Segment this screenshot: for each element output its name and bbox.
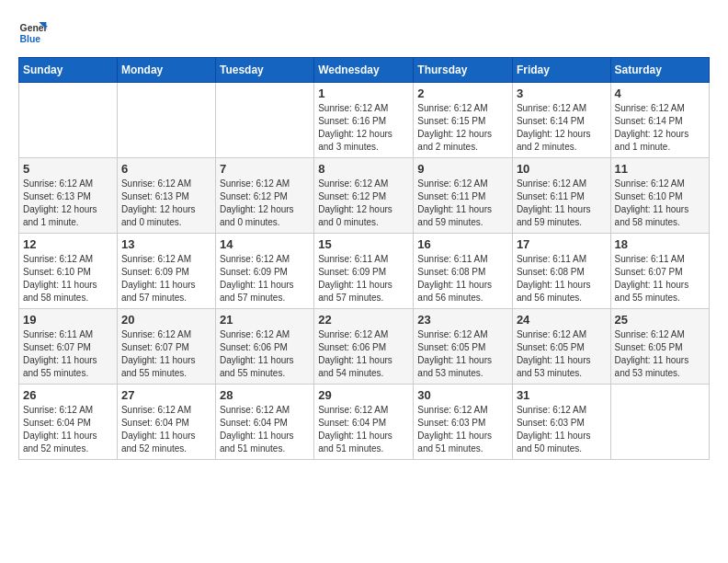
calendar-cell: 16Sunrise: 6:11 AM Sunset: 6:08 PM Dayli… xyxy=(414,234,513,309)
calendar-cell: 30Sunrise: 6:12 AM Sunset: 6:03 PM Dayli… xyxy=(414,385,513,460)
day-info: Sunrise: 6:11 AM Sunset: 6:07 PM Dayligh… xyxy=(23,328,113,380)
day-number: 26 xyxy=(23,388,113,402)
day-info: Sunrise: 6:12 AM Sunset: 6:03 PM Dayligh… xyxy=(517,404,607,455)
calendar-cell: 18Sunrise: 6:11 AM Sunset: 6:07 PM Dayli… xyxy=(610,234,709,309)
day-number: 29 xyxy=(318,388,409,402)
calendar-cell: 25Sunrise: 6:12 AM Sunset: 6:05 PM Dayli… xyxy=(610,309,709,385)
calendar-cell: 12Sunrise: 6:12 AM Sunset: 6:10 PM Dayli… xyxy=(19,234,118,309)
calendar-cell: 19Sunrise: 6:11 AM Sunset: 6:07 PM Dayli… xyxy=(19,309,118,385)
calendar-cell: 29Sunrise: 6:12 AM Sunset: 6:04 PM Dayli… xyxy=(314,385,414,460)
calendar-cell: 5Sunrise: 6:12 AM Sunset: 6:13 PM Daylig… xyxy=(19,158,118,234)
header: General Blue xyxy=(18,18,710,48)
day-number: 30 xyxy=(417,388,508,402)
week-row-2: 12Sunrise: 6:12 AM Sunset: 6:10 PM Dayli… xyxy=(19,234,710,309)
day-number: 20 xyxy=(121,313,211,327)
calendar-cell: 23Sunrise: 6:12 AM Sunset: 6:05 PM Dayli… xyxy=(414,309,513,385)
day-info: Sunrise: 6:12 AM Sunset: 6:12 PM Dayligh… xyxy=(318,178,409,229)
calendar-cell: 3Sunrise: 6:12 AM Sunset: 6:14 PM Daylig… xyxy=(512,83,610,158)
calendar-body: 1Sunrise: 6:12 AM Sunset: 6:16 PM Daylig… xyxy=(19,83,710,460)
day-info: Sunrise: 6:12 AM Sunset: 6:05 PM Dayligh… xyxy=(615,328,705,380)
calendar-cell xyxy=(19,83,118,158)
calendar-cell: 21Sunrise: 6:12 AM Sunset: 6:06 PM Dayli… xyxy=(216,309,314,385)
day-info: Sunrise: 6:11 AM Sunset: 6:08 PM Dayligh… xyxy=(417,253,508,304)
calendar-cell: 6Sunrise: 6:12 AM Sunset: 6:13 PM Daylig… xyxy=(117,158,215,234)
calendar-cell: 20Sunrise: 6:12 AM Sunset: 6:07 PM Dayli… xyxy=(117,309,215,385)
day-info: Sunrise: 6:11 AM Sunset: 6:07 PM Dayligh… xyxy=(615,253,705,304)
calendar-cell: 8Sunrise: 6:12 AM Sunset: 6:12 PM Daylig… xyxy=(314,158,414,234)
day-info: Sunrise: 6:12 AM Sunset: 6:05 PM Dayligh… xyxy=(517,328,607,380)
week-row-4: 26Sunrise: 6:12 AM Sunset: 6:04 PM Dayli… xyxy=(19,385,710,460)
day-number: 31 xyxy=(517,388,607,402)
day-number: 22 xyxy=(318,313,409,327)
calendar-cell xyxy=(117,83,215,158)
calendar-cell: 2Sunrise: 6:12 AM Sunset: 6:15 PM Daylig… xyxy=(414,83,513,158)
day-info: Sunrise: 6:12 AM Sunset: 6:06 PM Dayligh… xyxy=(318,328,409,380)
day-number: 5 xyxy=(23,162,113,176)
day-number: 1 xyxy=(318,86,409,100)
day-info: Sunrise: 6:12 AM Sunset: 6:10 PM Dayligh… xyxy=(615,178,705,229)
day-number: 19 xyxy=(23,313,113,327)
week-row-0: 1Sunrise: 6:12 AM Sunset: 6:16 PM Daylig… xyxy=(19,83,710,158)
calendar-cell: 15Sunrise: 6:11 AM Sunset: 6:09 PM Dayli… xyxy=(314,234,414,309)
calendar-cell: 1Sunrise: 6:12 AM Sunset: 6:16 PM Daylig… xyxy=(314,83,414,158)
day-number: 16 xyxy=(417,237,508,251)
day-number: 12 xyxy=(23,237,113,251)
day-info: Sunrise: 6:12 AM Sunset: 6:04 PM Dayligh… xyxy=(23,404,113,455)
day-number: 21 xyxy=(220,313,310,327)
calendar-cell: 14Sunrise: 6:12 AM Sunset: 6:09 PM Dayli… xyxy=(216,234,314,309)
header-cell-thursday: Thursday xyxy=(414,58,513,83)
day-info: Sunrise: 6:12 AM Sunset: 6:04 PM Dayligh… xyxy=(220,404,310,455)
day-number: 4 xyxy=(615,86,705,100)
header-cell-tuesday: Tuesday xyxy=(216,58,314,83)
calendar-cell xyxy=(610,385,709,460)
calendar-cell: 4Sunrise: 6:12 AM Sunset: 6:14 PM Daylig… xyxy=(610,83,709,158)
day-info: Sunrise: 6:12 AM Sunset: 6:09 PM Dayligh… xyxy=(121,253,211,304)
calendar-cell: 10Sunrise: 6:12 AM Sunset: 6:11 PM Dayli… xyxy=(512,158,610,234)
day-info: Sunrise: 6:12 AM Sunset: 6:13 PM Dayligh… xyxy=(23,178,113,229)
day-info: Sunrise: 6:12 AM Sunset: 6:09 PM Dayligh… xyxy=(220,253,310,304)
day-info: Sunrise: 6:12 AM Sunset: 6:04 PM Dayligh… xyxy=(121,404,211,455)
day-number: 24 xyxy=(517,313,607,327)
calendar-cell: 7Sunrise: 6:12 AM Sunset: 6:12 PM Daylig… xyxy=(216,158,314,234)
day-info: Sunrise: 6:12 AM Sunset: 6:05 PM Dayligh… xyxy=(417,328,508,380)
day-info: Sunrise: 6:12 AM Sunset: 6:11 PM Dayligh… xyxy=(517,178,607,229)
day-number: 2 xyxy=(417,86,508,100)
day-number: 8 xyxy=(318,162,409,176)
day-info: Sunrise: 6:12 AM Sunset: 6:13 PM Dayligh… xyxy=(121,178,211,229)
day-info: Sunrise: 6:11 AM Sunset: 6:08 PM Dayligh… xyxy=(517,253,607,304)
day-number: 7 xyxy=(220,162,310,176)
header-cell-saturday: Saturday xyxy=(610,58,709,83)
day-info: Sunrise: 6:12 AM Sunset: 6:06 PM Dayligh… xyxy=(220,328,310,380)
day-info: Sunrise: 6:12 AM Sunset: 6:10 PM Dayligh… xyxy=(23,253,113,304)
header-cell-monday: Monday xyxy=(117,58,215,83)
calendar-cell: 17Sunrise: 6:11 AM Sunset: 6:08 PM Dayli… xyxy=(512,234,610,309)
day-info: Sunrise: 6:11 AM Sunset: 6:09 PM Dayligh… xyxy=(318,253,409,304)
header-cell-friday: Friday xyxy=(512,58,610,83)
day-number: 27 xyxy=(121,388,211,402)
header-row: SundayMondayTuesdayWednesdayThursdayFrid… xyxy=(19,58,710,83)
calendar-cell: 13Sunrise: 6:12 AM Sunset: 6:09 PM Dayli… xyxy=(117,234,215,309)
svg-text:Blue: Blue xyxy=(20,34,41,44)
day-number: 11 xyxy=(615,162,705,176)
calendar-cell: 9Sunrise: 6:12 AM Sunset: 6:11 PM Daylig… xyxy=(414,158,513,234)
day-number: 10 xyxy=(517,162,607,176)
calendar-cell: 22Sunrise: 6:12 AM Sunset: 6:06 PM Dayli… xyxy=(314,309,414,385)
day-info: Sunrise: 6:12 AM Sunset: 6:14 PM Dayligh… xyxy=(615,102,705,154)
day-number: 9 xyxy=(417,162,508,176)
day-info: Sunrise: 6:12 AM Sunset: 6:04 PM Dayligh… xyxy=(318,404,409,455)
logo: General Blue xyxy=(18,18,48,48)
logo-icon: General Blue xyxy=(18,18,48,48)
header-cell-wednesday: Wednesday xyxy=(314,58,414,83)
week-row-3: 19Sunrise: 6:11 AM Sunset: 6:07 PM Dayli… xyxy=(19,309,710,385)
calendar-cell: 26Sunrise: 6:12 AM Sunset: 6:04 PM Dayli… xyxy=(19,385,118,460)
day-info: Sunrise: 6:12 AM Sunset: 6:11 PM Dayligh… xyxy=(417,178,508,229)
day-info: Sunrise: 6:12 AM Sunset: 6:16 PM Dayligh… xyxy=(318,102,409,154)
calendar-cell: 28Sunrise: 6:12 AM Sunset: 6:04 PM Dayli… xyxy=(216,385,314,460)
day-number: 6 xyxy=(121,162,211,176)
day-info: Sunrise: 6:12 AM Sunset: 6:12 PM Dayligh… xyxy=(220,178,310,229)
day-number: 15 xyxy=(318,237,409,251)
day-info: Sunrise: 6:12 AM Sunset: 6:15 PM Dayligh… xyxy=(417,102,508,154)
calendar-cell: 31Sunrise: 6:12 AM Sunset: 6:03 PM Dayli… xyxy=(512,385,610,460)
calendar-cell xyxy=(216,83,314,158)
calendar-cell: 24Sunrise: 6:12 AM Sunset: 6:05 PM Dayli… xyxy=(512,309,610,385)
